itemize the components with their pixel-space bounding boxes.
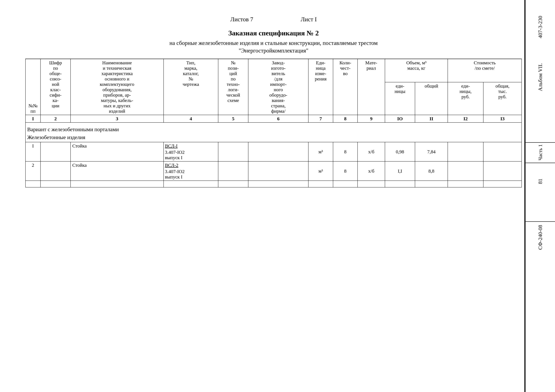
col-header-manuf: Завод-изгото-витель/дляимпорт-ногооборуд… <box>248 59 308 115</box>
subtitle2: "Энергостройкомплектация" <box>25 47 522 54</box>
section-variant-label: Вариант с железобетонными порталами <box>27 127 119 132</box>
empty-row-1 <box>25 181 522 187</box>
row1-manuf <box>248 142 308 161</box>
col-num-6: 6 <box>248 115 308 122</box>
col-header-pos: №пози-цийпотехно-логи-ческойсхеме <box>218 59 248 115</box>
col-num-9: 9 <box>358 115 385 122</box>
row2-vol-unit: I,I <box>385 161 415 181</box>
row2-num: 2 <box>25 161 41 181</box>
col-header-num: №№пп <box>25 59 41 115</box>
col-num-i: I <box>25 115 41 122</box>
row1-unit: м³ <box>308 142 333 161</box>
column-numbers-row: I 2 3 4 5 6 7 8 9 IO II I2 I3 <box>25 115 522 122</box>
row2-type: ВСЛ-2 3.407-IO2выпуск I <box>164 161 218 181</box>
row2-unit: м³ <box>308 161 333 181</box>
doc-title: Заказная спецификация № 2 <box>25 29 522 37</box>
side-code-bottom: СФ-240-08 <box>537 225 543 250</box>
row1-cost-unit <box>448 142 483 161</box>
row1-name: Стойка <box>71 142 163 161</box>
col-header-unit: Еди-ницаизме-рения <box>308 59 333 115</box>
col-header-vol-unit: еди-ницы <box>385 82 415 115</box>
side-album: Альбом VII. <box>537 63 543 91</box>
row1-vol-total: 7,84 <box>415 142 448 161</box>
data-row-1: I Стойка ВСЛ-I 3.407-IO2выпуск I м³ 8 х/… <box>25 142 522 161</box>
row1-mat: х/б <box>358 142 385 161</box>
section-concrete-label: Железобетонные изделия <box>27 134 85 140</box>
side-num1: 81 <box>537 179 543 184</box>
col-num-11: II <box>415 115 448 122</box>
col-num-5: 5 <box>218 115 248 122</box>
row2-pos <box>218 161 248 181</box>
row1-cipher <box>41 142 71 161</box>
row2-cost-total <box>483 161 522 181</box>
col-num-8: 8 <box>333 115 358 122</box>
row1-cost-total <box>483 142 522 161</box>
col-num-12: I2 <box>448 115 483 122</box>
row1-vol-unit: 0,98 <box>385 142 415 161</box>
row2-name: Стойка <box>71 161 163 181</box>
main-table: №№пп Шифрпообще-союз-нойклас-сифи-ка-ции… <box>25 59 522 187</box>
col-header-type: Тип,марка,каталог,№чертежа <box>164 59 218 115</box>
data-row-2: 2 Стойка ВСЛ-2 3.407-IO2выпуск I м³ 8 х/… <box>25 161 522 181</box>
col-num-2: 2 <box>41 115 71 122</box>
col-header-cost: Стоимость/по смете/ <box>448 59 522 82</box>
col-num-10: IO <box>385 115 415 122</box>
subtitle1: на сборные железобетонные изделия и стал… <box>25 40 522 46</box>
page: 407-3-230 Альбом VII. Часть 1 81 СФ-240-… <box>0 0 555 392</box>
sheets-label: Листов 7 <box>230 16 253 23</box>
side-code-top: 407-3-230 <box>537 16 543 38</box>
row2-vol-total: 8,8 <box>415 161 448 181</box>
row1-num: I <box>25 142 41 161</box>
col-header-qty: Коли-чест-во <box>333 59 358 115</box>
col-header-cipher: Шифрпообще-союз-нойклас-сифи-ка-ции <box>41 59 71 115</box>
col-num-4: 4 <box>164 115 218 122</box>
section-header-concrete: Железобетонные изделия <box>25 134 522 142</box>
row2-qty: 8 <box>333 161 358 181</box>
col-header-cost-total: общая,тыс.руб. <box>483 82 522 115</box>
sheet-label: Лист I <box>301 16 317 23</box>
col-num-7: 7 <box>308 115 333 122</box>
col-num-3: 3 <box>71 115 163 122</box>
col-header-vol: Объем, м³масса, кг <box>385 59 448 82</box>
col-num-13: I3 <box>483 115 522 122</box>
col-header-vol-total: общий <box>415 82 448 115</box>
section-header-variant: Вариант с железобетонными порталами <box>25 122 522 134</box>
col-header-mat: Мате-риал <box>358 59 385 115</box>
side-part: Часть 1 <box>537 144 543 160</box>
row2-mat: х/б <box>358 161 385 181</box>
col-header-name: Наименованиеи техническаяхарактеристикао… <box>71 59 163 115</box>
row2-cipher <box>41 161 71 181</box>
row1-type: ВСЛ-I 3.407-IO2выпуск I <box>164 142 218 161</box>
row2-manuf <box>248 161 308 181</box>
row2-cost-unit <box>448 161 483 181</box>
row1-pos <box>218 142 248 161</box>
col-header-cost-unit: еди-ницы,руб. <box>448 82 483 115</box>
row1-qty: 8 <box>333 142 358 161</box>
